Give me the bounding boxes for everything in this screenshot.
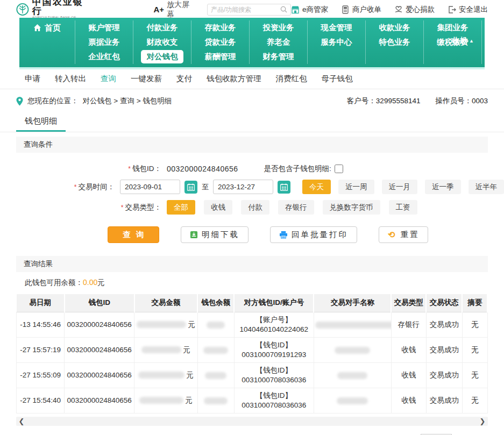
date-to-input[interactable] xyxy=(213,180,273,194)
trade-type-chip[interactable]: 付款 xyxy=(241,200,269,215)
customer-number-label: 客户号： xyxy=(347,97,376,105)
search-button[interactable]: 查询 xyxy=(108,226,159,243)
nav-item[interactable]: 企业红包 xyxy=(75,49,133,64)
query-form: *钱包ID： 0032000024840656 是否包含子钱包明细: *交易时间… xyxy=(0,153,504,252)
reset-button[interactable]: ⟲ 重置 xyxy=(379,226,428,243)
action-buttons: 查询 明细下载 回单批量打印 ⟲ 重置 xyxy=(108,226,504,243)
batch-print-button[interactable]: 回单批量打印 xyxy=(270,226,357,243)
trade-type-chip[interactable]: 收钱 xyxy=(204,200,232,215)
column-header: 钱包余额 xyxy=(197,294,234,312)
date-from-input[interactable] xyxy=(120,180,180,194)
query-conditions-header: 查询条件 xyxy=(16,137,488,153)
time-range-chip[interactable]: 近一周 xyxy=(338,180,374,194)
scroll-right-icon[interactable]: ❯ xyxy=(478,417,487,426)
cell-trade-date: -27 15:54:40 xyxy=(17,388,65,413)
toplink-pos[interactable]: 商户收单 xyxy=(341,5,381,15)
nav-item[interactable]: 账户管理 xyxy=(75,20,133,35)
breadcrumb-path[interactable]: 对公钱包 > 查询 > 钱包明细 xyxy=(83,96,172,106)
date-to-calendar-button[interactable] xyxy=(278,181,290,194)
toplink-eshop[interactable]: e商管家 xyxy=(291,5,328,15)
subnav-item-active[interactable]: 查询 xyxy=(101,74,116,84)
nav-item[interactable]: 投资业务 xyxy=(250,20,307,35)
trade-type-chip-active[interactable]: 全部 xyxy=(167,200,195,215)
table-row: -13 14:55:460032000024840656 元【账户号】10404… xyxy=(17,312,488,337)
nav-item[interactable]: 现金管理 xyxy=(308,20,365,35)
download-detail-button[interactable]: 明细下载 xyxy=(181,226,249,243)
column-header: 摘要 xyxy=(462,294,487,312)
trade-type-chip[interactable]: 兑换数字货币 xyxy=(323,200,380,215)
nav-item[interactable]: 薪酬管理 xyxy=(191,49,249,64)
customer-number: 客户号：32995558141 xyxy=(347,96,421,106)
balance-unit: 元 xyxy=(97,279,105,287)
required-mark: * xyxy=(74,183,77,191)
product-search[interactable] xyxy=(207,4,291,16)
redacted-balance xyxy=(207,322,225,329)
search-icon[interactable] xyxy=(280,6,287,13)
operator-number-label: 操作员号： xyxy=(435,97,472,105)
table-horizontal-scrollbar[interactable]: ❮ ❯ xyxy=(16,417,488,426)
nav-item[interactable]: 特色业务 xyxy=(366,35,423,49)
required-mark: * xyxy=(121,204,124,211)
time-range-chip[interactable]: 近半年 xyxy=(468,180,504,194)
amount-unit: 元 xyxy=(188,320,196,329)
subnav-item[interactable]: 消费红包 xyxy=(276,74,307,84)
cell-counterparty-account: 【钱包ID】0031000708036036 xyxy=(234,362,314,388)
include-subwallet-checkbox[interactable] xyxy=(335,165,343,173)
home-icon xyxy=(33,24,41,32)
nav-item[interactable]: 付款业务 xyxy=(133,20,191,35)
date-from-calendar-button[interactable] xyxy=(184,181,197,194)
cell-wallet-id: 0032000024840656 xyxy=(65,337,134,362)
subnav-item[interactable]: 母子钱包 xyxy=(322,74,353,84)
nav-item[interactable]: 财政收支 xyxy=(133,35,191,49)
subnav-item[interactable]: 钱包收款方管理 xyxy=(207,74,261,84)
subnav-item[interactable]: 转入转出 xyxy=(55,74,86,84)
search-input[interactable] xyxy=(211,6,280,13)
toplink-label: e商管家 xyxy=(302,5,328,15)
subnav-item[interactable]: 支付 xyxy=(176,74,192,84)
scroll-left-icon[interactable]: ❮ xyxy=(17,417,26,426)
toplink-logout[interactable]: 安全退出 xyxy=(448,5,488,15)
tab-wallet-detail[interactable]: 钱包明细 xyxy=(16,111,66,132)
cell-wallet-balance xyxy=(197,362,234,388)
wallet-id-value: 0032000024840656 xyxy=(167,165,238,173)
nav-item[interactable]: 存款业务 xyxy=(191,20,249,35)
sub-navigation: 申请转入转出查询一键发薪支付钱包收款方管理消费红包母子钱包 xyxy=(0,69,504,89)
nav-item[interactable]: 票据业务 xyxy=(75,35,133,49)
nav-item[interactable]: 财务管理 xyxy=(250,49,307,64)
redacted-balance xyxy=(205,372,226,379)
subnav-item[interactable]: 一键发薪 xyxy=(131,74,162,84)
redacted-amount xyxy=(137,321,186,328)
nav-item-active[interactable]: 对公钱包 xyxy=(141,50,183,63)
location-pin-icon xyxy=(16,97,23,106)
time-range-chip[interactable]: 近一季 xyxy=(425,180,461,194)
redacted-balance xyxy=(203,347,228,354)
counterparty-number: 0031000708036036 xyxy=(236,401,313,410)
screen-zoom-control[interactable]: A+ 放大屏幕 xyxy=(153,0,192,19)
trade-type-chip[interactable]: 工资 xyxy=(389,200,417,215)
redacted-amount xyxy=(141,346,181,353)
nav-item[interactable]: 集团业务 xyxy=(424,20,481,35)
footer-accent-bar xyxy=(0,427,504,435)
cell-summary: 无 xyxy=(462,337,487,362)
cell-counterparty-name xyxy=(314,388,391,413)
toplink-donation[interactable]: 爱心捐款 xyxy=(394,5,435,15)
time-range-chip-active[interactable]: 今天 xyxy=(302,180,331,194)
operator-number-value: 0003 xyxy=(472,97,488,105)
nav-item[interactable]: 养老金 xyxy=(250,35,307,49)
download-icon xyxy=(190,231,198,239)
subnav-item[interactable]: 申请 xyxy=(25,74,40,84)
toplink-label: 爱心捐款 xyxy=(406,5,435,15)
nav-item[interactable]: 贷款业务 xyxy=(191,35,249,49)
nav-item[interactable]: 收款业务 xyxy=(366,20,423,35)
cell-wallet-id: 0032000024840656 xyxy=(65,388,134,413)
column-header: 对方钱包ID/账户号 xyxy=(234,294,314,312)
time-range-chip[interactable]: 近一月 xyxy=(382,180,418,194)
table-row: -27 15:55:090032000024840656 元【钱包ID】0031… xyxy=(17,362,488,388)
cell-trade-status: 交易成功 xyxy=(426,362,462,388)
nav-item[interactable]: 服务中心 xyxy=(308,35,365,49)
nav-collapse-button[interactable]: 收起 ▲ xyxy=(452,36,474,46)
eshop-icon xyxy=(291,5,300,14)
breadcrumb: 您现在的位置： 对公钱包 > 查询 > 钱包明细 xyxy=(16,96,172,106)
trade-type-chip[interactable]: 存银行 xyxy=(278,200,314,215)
nav-item-home[interactable]: 首页 xyxy=(19,20,75,64)
